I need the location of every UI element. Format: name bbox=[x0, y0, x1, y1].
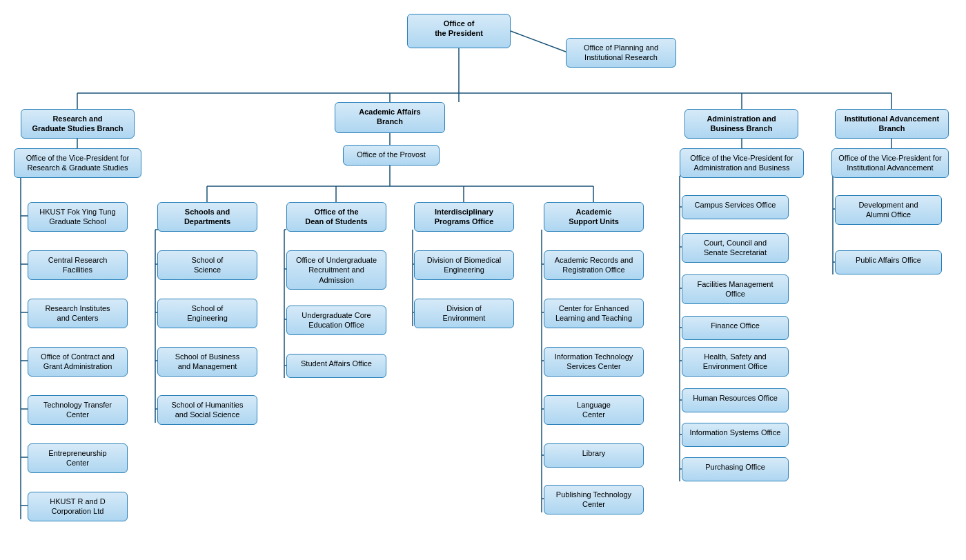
node-undergrad_recruit: Office of UndergraduateRecruitment andAd… bbox=[286, 250, 386, 290]
node-hkust_rd: HKUST R and DCorporation Ltd bbox=[28, 492, 128, 521]
node-research_inst: Research Institutesand Centers bbox=[28, 299, 128, 328]
node-entrepreneurship: EntrepreneurshipCenter bbox=[28, 443, 128, 473]
node-central_research: Central ResearchFacilities bbox=[28, 250, 128, 280]
node-div_biomedical: Division of BiomedicalEngineering bbox=[414, 250, 514, 280]
node-facilities_mgmt: Facilities ManagementOffice bbox=[682, 274, 789, 304]
node-public_affairs: Public Affairs Office bbox=[835, 250, 942, 274]
node-library: Library bbox=[544, 443, 644, 468]
node-president: Office ofthe President bbox=[407, 14, 511, 48]
node-vp_research: Office of the Vice-President forResearch… bbox=[14, 148, 141, 178]
node-publishing_tech: Publishing TechnologyCenter bbox=[544, 485, 644, 514]
connector-lines bbox=[0, 0, 966, 560]
node-admin_branch: Administration andBusiness Branch bbox=[684, 109, 798, 139]
node-vp_admin: Office of the Vice-President forAdminist… bbox=[680, 148, 804, 178]
node-student_affairs: Student Affairs Office bbox=[286, 354, 386, 378]
node-academic_branch: Academic AffairsBranch bbox=[335, 102, 445, 133]
node-development_alumni: Development andAlumni Office bbox=[835, 195, 942, 225]
node-school_biz: School of Businessand Management bbox=[157, 347, 257, 377]
node-planning: Office of Planning andInstitutional Rese… bbox=[566, 38, 676, 68]
node-info_tech: Information TechnologyServices Center bbox=[544, 347, 644, 377]
node-school_eng: School ofEngineering bbox=[157, 299, 257, 328]
node-school_hum: School of Humanitiesand Social Science bbox=[157, 395, 257, 425]
node-inst_branch: Institutional AdvancementBranch bbox=[835, 109, 949, 139]
node-center_enhanced: Center for EnhancedLearning and Teaching bbox=[544, 299, 644, 328]
org-chart: Office ofthe PresidentOffice of Planning… bbox=[0, 0, 966, 560]
node-language_center: LanguageCenter bbox=[544, 395, 644, 425]
node-health_safety: Health, Safety andEnvironment Office bbox=[682, 347, 789, 377]
node-office_contract: Office of Contract andGrant Administrati… bbox=[28, 347, 128, 377]
node-interdisciplinary: InterdisciplinaryPrograms Office bbox=[414, 202, 514, 232]
node-provost: Office of the Provost bbox=[343, 145, 440, 166]
node-school_science: School ofScience bbox=[157, 250, 257, 280]
node-undergrad_core: Undergraduate CoreEducation Office bbox=[286, 306, 386, 335]
node-purchasing: Purchasing Office bbox=[682, 457, 789, 481]
node-acad_records: Academic Records andRegistration Office bbox=[544, 250, 644, 280]
svg-line-0 bbox=[511, 31, 566, 52]
node-academic_support: AcademicSupport Units bbox=[544, 202, 644, 232]
node-dean_students: Office of theDean of Students bbox=[286, 202, 386, 232]
node-court_council: Court, Council andSenate Secretariat bbox=[682, 233, 789, 263]
node-human_resources: Human Resources Office bbox=[682, 388, 789, 412]
node-tech_transfer: Technology TransferCenter bbox=[28, 395, 128, 425]
node-finance: Finance Office bbox=[682, 316, 789, 340]
node-campus_services: Campus Services Office bbox=[682, 195, 789, 219]
node-info_systems: Information Systems Office bbox=[682, 423, 789, 447]
node-research_branch: Research andGraduate Studies Branch bbox=[21, 109, 135, 139]
node-vp_inst: Office of the Vice-President forInstitut… bbox=[831, 148, 949, 178]
node-schools_depts: Schools andDepartments bbox=[157, 202, 257, 232]
node-div_environment: Division ofEnvironment bbox=[414, 299, 514, 328]
node-hkust_grad: HKUST Fok Ying TungGraduate School bbox=[28, 202, 128, 232]
